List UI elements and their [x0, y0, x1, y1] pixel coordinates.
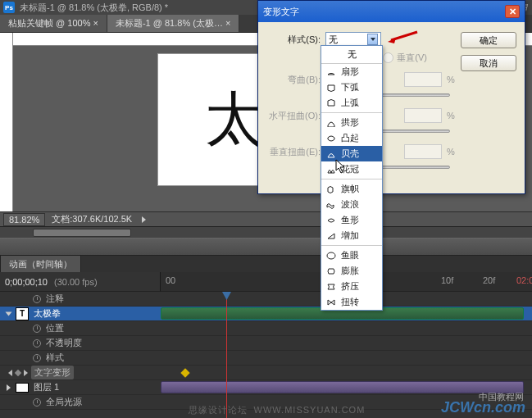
disclosure-triangle-icon[interactable]: [7, 384, 11, 391]
close-button[interactable]: ✕: [505, 5, 520, 18]
dd-item-label: 鱼眼: [341, 249, 359, 261]
bend-label: 弯曲(B):: [266, 74, 321, 86]
style-dropdown-menu: 无 扇形下弧上弧拱形凸起贝壳花冠旗帜波浪鱼形增加鱼眼膨胀挤压扭转: [321, 45, 383, 311]
track-layer-1[interactable]: 图层 1: [0, 381, 161, 393]
clip-bar-layer[interactable]: [161, 381, 524, 393]
dropdown-arrow-icon[interactable]: [367, 34, 378, 45]
status-bar: 81.82% 文档:307.6K/102.5K: [0, 211, 532, 226]
orient-vertical-radio[interactable]: 垂直(V): [383, 52, 427, 64]
dd-item-7[interactable]: 旗帜: [321, 181, 382, 197]
h-scroll-thumb[interactable]: [33, 229, 131, 237]
dd-item-3[interactable]: 拱形: [321, 115, 382, 130]
ruler-vertical[interactable]: [0, 33, 13, 211]
keyframe-diamond[interactable]: [180, 368, 189, 377]
dd-item-0[interactable]: 扇形: [321, 64, 382, 80]
warp-shape-icon: [326, 267, 336, 275]
timeline-panel: 0;00;00;10 (30.00 fps) 00 10f 20f 02:0 注…: [0, 272, 532, 418]
dd-item-label: 下弧: [341, 81, 359, 93]
warp-text-dialog: 变形文字 ✕ 确定 取消 样式(S): 无 水平(H) 垂直(V) 弯曲(B):…: [257, 0, 525, 194]
dd-item-label: 扭转: [341, 296, 359, 308]
app-title: 未标题-1 @ 81.8% (太极拳, RGB/8) *: [20, 2, 168, 14]
warp-shape-icon: [326, 283, 336, 291]
hdist-input[interactable]: [404, 108, 442, 123]
stopwatch-icon[interactable]: [33, 295, 41, 303]
watermark-cn: 中国教程网: [479, 391, 524, 403]
dd-item-14[interactable]: 扭转: [321, 294, 382, 310]
prev-keyframe-icon[interactable]: [8, 370, 12, 376]
doc-info-menu-icon[interactable]: [142, 216, 146, 223]
dialog-titlebar[interactable]: 变形文字 ✕: [258, 1, 525, 22]
dd-item-9[interactable]: 鱼形: [321, 212, 382, 228]
dd-item-label: 增加: [341, 229, 359, 242]
dd-item-6[interactable]: 花冠: [321, 161, 382, 177]
warp-shape-icon: [326, 185, 336, 193]
dd-item-label: 上弧: [341, 97, 359, 109]
animation-panel-tab[interactable]: 动画（时间轴）: [0, 255, 81, 273]
warp-shape-icon: [326, 99, 336, 107]
ok-button[interactable]: 确定: [461, 32, 516, 48]
track-global-light[interactable]: 全局光源: [0, 396, 161, 408]
dd-item-8[interactable]: 波浪: [321, 197, 382, 212]
dd-item-label: 扇形: [341, 66, 359, 78]
current-timecode[interactable]: 0;00;00;10: [5, 277, 48, 287]
dd-item-label: 挤压: [341, 280, 359, 293]
dd-item-5[interactable]: 贝壳: [321, 146, 382, 161]
dd-item-label: 旗帜: [341, 183, 359, 195]
warp-shape-icon: [326, 150, 336, 158]
dd-item-10[interactable]: 增加: [321, 228, 382, 243]
warp-shape-icon: [326, 68, 336, 76]
dd-item-2[interactable]: 上弧: [321, 95, 382, 111]
stopwatch-icon[interactable]: [33, 398, 41, 407]
timeline-header: 0;00;00;10 (30.00 fps): [0, 272, 161, 292]
keyframe-marker-icon[interactable]: [15, 369, 21, 375]
dd-item-13[interactable]: 挤压: [321, 279, 382, 294]
dd-item-1[interactable]: 下弧: [321, 80, 382, 95]
stopwatch-icon[interactable]: [33, 339, 41, 348]
glyph-1: 太: [205, 90, 264, 149]
h-scrollbar[interactable]: [0, 226, 532, 238]
cancel-button[interactable]: 取消: [461, 55, 516, 71]
track-opacity[interactable]: 不透明度: [0, 337, 161, 349]
track-style[interactable]: 样式: [0, 352, 161, 364]
warp-shape-icon: [326, 84, 336, 92]
document-tab-1[interactable]: 粘贴关键帧 @ 100% ×: [0, 15, 107, 32]
hdist-label: 水平扭曲(O):: [266, 110, 321, 122]
warp-shape-icon: [326, 252, 336, 260]
warp-shape-icon: [326, 232, 336, 240]
panel-tabs: 动画（时间轴）: [0, 256, 532, 272]
text-layer-badge: T: [16, 307, 29, 320]
dd-item-label: 凸起: [341, 132, 359, 144]
timeline-lanes[interactable]: [161, 292, 532, 418]
dd-item-12[interactable]: 膨胀: [321, 263, 382, 279]
track-text-layer[interactable]: T太极拳: [0, 307, 161, 320]
document-tab-2[interactable]: 未标题-1 @ 81.8% (太极… ×: [107, 15, 239, 32]
dd-item-label: 波浪: [341, 198, 359, 211]
bend-input[interactable]: [404, 72, 442, 87]
warp-shape-icon: [326, 298, 336, 307]
vdist-label: 垂直扭曲(E):: [266, 146, 321, 158]
dd-item-11[interactable]: 鱼眼: [321, 248, 382, 263]
disclosure-triangle-icon[interactable]: [6, 311, 12, 316]
dd-item-label: 贝壳: [341, 148, 359, 160]
dd-item-none[interactable]: 无: [321, 46, 382, 64]
zoom-value[interactable]: 81.82%: [3, 213, 45, 226]
vdist-input[interactable]: [404, 144, 442, 159]
stopwatch-icon[interactable]: [33, 354, 41, 362]
style-value: 无: [329, 34, 338, 46]
playhead[interactable]: [226, 292, 227, 418]
stopwatch-icon[interactable]: [33, 325, 41, 333]
warp-shape-icon: [326, 119, 336, 127]
track-text-warp[interactable]: 文字变形: [0, 366, 161, 379]
style-label: 样式(S):: [266, 34, 321, 46]
warp-shape-icon: [326, 134, 336, 143]
warp-shape-icon: [326, 201, 336, 209]
next-keyframe-icon[interactable]: [24, 370, 28, 376]
track-comments[interactable]: 注释: [0, 293, 161, 305]
app-icon: Ps: [3, 2, 15, 13]
options-bar: fx. ▣ ◐ ▦ ▤: [0, 238, 532, 256]
dd-item-label: 鱼形: [341, 214, 359, 226]
cursor-icon: [335, 159, 347, 174]
fps-label: (30.00 fps): [54, 277, 98, 287]
dd-item-4[interactable]: 凸起: [321, 130, 382, 146]
track-position[interactable]: 位置: [0, 322, 161, 334]
